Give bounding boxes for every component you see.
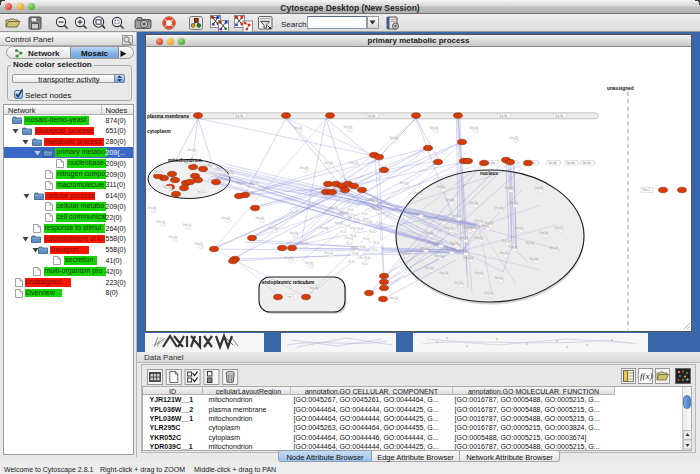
svg-text:Gnn-8p: Gnn-8p — [290, 231, 299, 235]
svg-text:Gnn-6p: Gnn-6p — [495, 206, 504, 210]
svg-text:mitochondrion: mitochondrion — [168, 158, 202, 163]
svg-text:Gnn-6p: Gnn-6p — [470, 201, 479, 205]
svg-text:Ylr-4c: Ylr-4c — [363, 237, 370, 241]
svg-text:Ymr-5c: Ymr-5c — [154, 170, 163, 174]
svg-text:Gnn-7p: Gnn-7p — [237, 181, 246, 185]
svg-text:Ylr-8c: Ylr-8c — [359, 245, 366, 249]
svg-text:Gnn-2p: Gnn-2p — [195, 242, 204, 246]
svg-text:Gnn-8p: Gnn-8p — [510, 136, 519, 140]
svg-text:Gnn-7p: Gnn-7p — [502, 239, 511, 243]
svg-text:Gnn-9p: Gnn-9p — [335, 221, 344, 225]
svg-text:Gnn-3p: Gnn-3p — [535, 186, 544, 190]
svg-text:Gnn-7p: Gnn-7p — [555, 226, 564, 230]
svg-text:Ylr-5c: Ylr-5c — [371, 248, 378, 252]
svg-text:Gnn-8p: Gnn-8p — [300, 166, 309, 170]
svg-text:Yal-3w: Yal-3w — [235, 114, 244, 118]
svg-text:Gnn-8p: Gnn-8p — [540, 231, 549, 235]
svg-text:Gnn-2p: Gnn-2p — [294, 126, 303, 130]
svg-text:Ypr-4w: Ypr-4w — [566, 161, 576, 165]
svg-text:Gnn-3p: Gnn-3p — [550, 246, 559, 250]
svg-text:Gnn-6p: Gnn-6p — [325, 161, 334, 165]
svg-text:Ylr-6c: Ylr-6c — [350, 234, 357, 238]
svg-text:Gnn-1p: Gnn-1p — [445, 226, 454, 230]
svg-text:Gnn-2p: Gnn-2p — [285, 256, 294, 260]
svg-text:Gnn-9p: Gnn-9p — [425, 231, 434, 235]
svg-text:Gnn-8p: Gnn-8p — [509, 245, 518, 249]
svg-text:Gnn-2p: Gnn-2p — [400, 181, 409, 185]
svg-text:Gnn-7p: Gnn-7p — [250, 181, 259, 185]
svg-text:Gnn-7p: Gnn-7p — [415, 211, 424, 215]
svg-text:Gnn-8p: Gnn-8p — [446, 198, 455, 202]
svg-text:Gnn-4p: Gnn-4p — [475, 271, 484, 275]
svg-text:Gnn-6p: Gnn-6p — [400, 251, 409, 255]
svg-text:Ylr-8c: Ylr-8c — [344, 224, 351, 228]
svg-text:Gnn-7p: Gnn-7p — [157, 220, 166, 224]
svg-text:Gnn-6p: Gnn-6p — [320, 226, 329, 230]
svg-text:Ylr-8c: Ylr-8c — [366, 220, 373, 224]
svg-text:Gnn-3p: Gnn-3p — [310, 286, 319, 290]
svg-text:Ylr-1c: Ylr-1c — [353, 217, 360, 221]
svg-text:Gnn-3p: Gnn-3p — [440, 271, 449, 275]
svg-text:Gnn-2p: Gnn-2p — [414, 191, 423, 195]
svg-text:Gnn-2p: Gnn-2p — [350, 161, 359, 165]
svg-text:Ylr-8c: Ylr-8c — [352, 252, 359, 256]
svg-text:Gnn-3p: Gnn-3p — [437, 185, 446, 189]
svg-text:Yal-3w: Yal-3w — [555, 114, 564, 118]
svg-text:Gnn-9p: Gnn-9p — [460, 236, 469, 240]
svg-text:Gnn-5p: Gnn-5p — [425, 266, 434, 270]
svg-text:Gnn-5p: Gnn-5p — [450, 241, 459, 245]
svg-text:Gnn-1p: Gnn-1p — [183, 223, 192, 227]
svg-text:endoplasmic reticulum: endoplasmic reticulum — [262, 280, 314, 285]
svg-text:Ymr-5c: Ymr-5c — [196, 190, 205, 194]
svg-text:Gnn-6p: Gnn-6p — [530, 257, 539, 261]
svg-text:Gnn-7p: Gnn-7p — [446, 248, 455, 252]
svg-text:Gnn-8p: Gnn-8p — [430, 126, 439, 130]
svg-text:Gnn-5p: Gnn-5p — [344, 125, 353, 129]
svg-text:Ylr-6c: Ylr-6c — [364, 256, 371, 260]
svg-text:Gnn-8p: Gnn-8p — [256, 216, 265, 220]
svg-text:Gnn-8p: Gnn-8p — [470, 126, 479, 130]
svg-text:Gnn-8p: Gnn-8p — [390, 136, 399, 140]
svg-text:Gnn-5p: Gnn-5p — [390, 296, 399, 300]
svg-text:Gnn-6p: Gnn-6p — [305, 261, 314, 265]
svg-text:Gnn-5p: Gnn-5p — [455, 281, 464, 285]
svg-text:Gnn-5p: Gnn-5p — [453, 214, 462, 218]
svg-text:Gnn-3p: Gnn-3p — [269, 226, 278, 230]
svg-text:Gnn-9p: Gnn-9p — [438, 218, 447, 222]
svg-text:Gnn-4p: Gnn-4p — [420, 246, 429, 250]
svg-text:Gnn-9p: Gnn-9p — [188, 148, 197, 152]
svg-text:Ypr-5w: Ypr-5w — [582, 161, 592, 165]
svg-text:Gnn-3p: Gnn-3p — [330, 206, 339, 210]
svg-text:cytoplasm: cytoplasm — [147, 129, 171, 134]
svg-text:Gnn-3p: Gnn-3p — [465, 256, 474, 260]
svg-text:Gnn-4p: Gnn-4p — [222, 216, 231, 220]
svg-text:Ylr-4c: Ylr-4c — [347, 208, 354, 212]
svg-text:Gnn-7p: Gnn-7p — [208, 162, 217, 166]
svg-text:f(x): f(x) — [640, 371, 653, 381]
svg-text:Ylr-6c: Ylr-6c — [357, 227, 364, 231]
svg-text:Ylr-1c: Ylr-1c — [340, 230, 347, 234]
svg-text:Gnn-2p: Gnn-2p — [500, 251, 509, 255]
svg-text:unassigned: unassigned — [607, 86, 634, 91]
svg-text:Gnn-7p: Gnn-7p — [510, 201, 519, 205]
svg-text:Gnn-5p: Gnn-5p — [300, 241, 309, 245]
svg-text:Ylr-3c: Ylr-3c — [369, 230, 376, 234]
svg-text:Gnn-4p: Gnn-4p — [515, 226, 524, 230]
svg-text:Gnn-3p: Gnn-3p — [435, 254, 444, 258]
svg-text:Yal-3w: Yal-3w — [499, 114, 508, 118]
svg-text:Yal-3w: Yal-3w — [367, 114, 376, 118]
svg-text:Gnn-4p: Gnn-4p — [460, 249, 469, 253]
svg-text:Ylr-4c: Ylr-4c — [361, 212, 368, 216]
svg-text:Gnn-3p: Gnn-3p — [526, 241, 535, 245]
svg-text:Gnn-9p: Gnn-9p — [505, 186, 514, 190]
svg-text:nucleus: nucleus — [480, 171, 498, 176]
svg-text:Ylr-0c: Ylr-0c — [361, 262, 368, 266]
svg-text:Ypr-3w: Ypr-3w — [548, 161, 558, 165]
svg-text:Ymr-1c: Ymr-1c — [287, 295, 296, 299]
svg-text:Gnn-2p: Gnn-2p — [373, 207, 382, 211]
svg-text:Unn-2: Unn-2 — [642, 188, 650, 192]
svg-text:Ylr-1c: Ylr-1c — [346, 242, 353, 246]
svg-text:Gnn-1p: Gnn-1p — [485, 291, 494, 295]
svg-text:plasma membrane: plasma membrane — [147, 114, 189, 119]
svg-text:Gnn-1p: Gnn-1p — [495, 276, 504, 280]
